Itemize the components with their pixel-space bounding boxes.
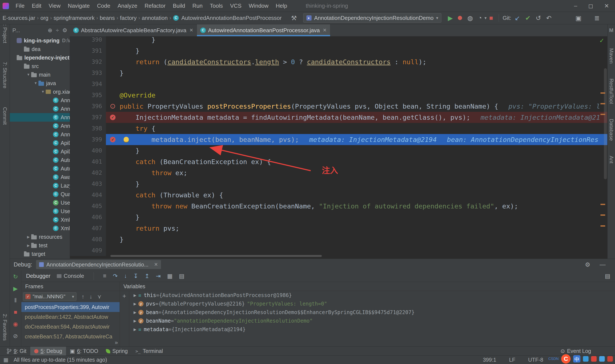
- line-ending[interactable]: LF: [509, 357, 515, 363]
- rerun-button[interactable]: ↻: [13, 273, 18, 280]
- search-everywhere-icon[interactable]: ≣: [594, 14, 600, 22]
- line-number[interactable]: 404: [70, 189, 106, 201]
- code-line[interactable]: 402 throw ex;: [70, 167, 607, 178]
- variable-row[interactable]: ▶pbeanName = "annotationDependencyInject…: [129, 317, 615, 325]
- step-over-icon[interactable]: ↷: [113, 273, 118, 280]
- code-line[interactable]: 403 }: [70, 178, 607, 189]
- breakpoint-icon[interactable]: ✓: [110, 137, 116, 142]
- code-line[interactable]: 398 try {: [70, 123, 607, 134]
- restore-layout-icon[interactable]: ≡: [103, 273, 107, 279]
- stack-frame[interactable]: populateBean:1422, AbstractAutow: [21, 312, 120, 322]
- code-line[interactable]: 390 }: [70, 36, 607, 45]
- code-line[interactable]: 399✓ metadata.inject(bean, beanName, pvs…: [70, 134, 607, 145]
- locate-file-icon[interactable]: ⊕: [48, 27, 53, 34]
- close-tab-icon[interactable]: ✕: [323, 27, 326, 33]
- line-number[interactable]: 399: [70, 134, 106, 145]
- breadcrumb-class[interactable]: AutowiredAnnotationBeanPostProcessor: [180, 15, 282, 21]
- force-step-into-icon[interactable]: ↧: [134, 273, 138, 280]
- tree-item[interactable]: ▶resources: [10, 233, 70, 241]
- tree-item[interactable]: ▶test: [10, 241, 70, 250]
- code-line[interactable]: 401 catch (BeanCreationException ex) {: [70, 156, 607, 167]
- chevron-collapsed-icon[interactable]: ▶: [26, 244, 31, 247]
- stripe-item-favorites[interactable]: 2: Favorites: [2, 314, 8, 340]
- menu-item-file[interactable]: File: [12, 0, 28, 12]
- inspections-ok-icon[interactable]: ✓: [599, 37, 604, 44]
- variable-row[interactable]: ▶pbean = {AnnotationDependencyInjectionR…: [129, 308, 615, 317]
- tree-item[interactable]: CUserHol: [10, 207, 70, 216]
- breadcrumb-item[interactable]: springframework: [53, 15, 95, 21]
- toolwindow-button-git[interactable]: 9: Git: [3, 347, 30, 356]
- chevron-expanded-icon[interactable]: ▼: [33, 81, 39, 85]
- tree-item[interactable]: CAnnotati: [10, 130, 70, 139]
- tree-item[interactable]: target: [10, 250, 70, 258]
- settings-gear-icon[interactable]: ⚙: [585, 261, 590, 268]
- code-line[interactable]: 397✓ InjectionMetadata metadata = findAu…: [70, 112, 607, 123]
- intention-bulb-icon[interactable]: [124, 137, 129, 142]
- line-number[interactable]: 391: [70, 45, 106, 56]
- breadcrumb-item[interactable]: org: [40, 15, 49, 21]
- stripe-item-database[interactable]: Database: [608, 119, 614, 141]
- minimize-window-icon[interactable]: –: [574, 2, 577, 9]
- close-window-icon[interactable]: ✕: [604, 2, 609, 9]
- menu-item-view[interactable]: View: [45, 0, 64, 12]
- menu-item-tools[interactable]: Tools: [206, 0, 227, 12]
- maximize-window-icon[interactable]: ◻: [588, 2, 593, 9]
- expand-chevron-icon[interactable]: ▶: [132, 319, 138, 323]
- tree-item[interactable]: CAwareInt: [10, 173, 70, 181]
- expand-chevron-icon[interactable]: ▶: [132, 327, 138, 332]
- add-watch-icon[interactable]: +: [122, 293, 126, 300]
- layout-settings-icon[interactable]: ▤: [605, 273, 610, 280]
- profiler-button[interactable]: ◔: [478, 14, 482, 22]
- breadcrumb-item[interactable]: E-sources.jar: [2, 15, 36, 21]
- code-line[interactable]: 408}: [70, 234, 607, 245]
- caret-position[interactable]: 399:1: [483, 357, 496, 363]
- tree-item[interactable]: ▼java: [10, 79, 70, 88]
- breadcrumb-item[interactable]: factory: [119, 15, 137, 21]
- git-rollback-icon[interactable]: ↶: [546, 14, 552, 22]
- toolwindow-button-todo[interactable]: ▣6: TODO: [66, 347, 102, 356]
- editor-tab[interactable]: CAbstractAutowireCapableBeanFactory.java…: [70, 24, 197, 36]
- menu-item-refactor[interactable]: Refactor: [141, 0, 169, 12]
- variable-row[interactable]: ▶ppvs = {MutablePropertyValues@2216}"Pro…: [129, 299, 615, 308]
- run-button[interactable]: ▶: [448, 14, 453, 22]
- menu-item-run[interactable]: Run: [189, 0, 206, 12]
- line-number[interactable]: 395: [70, 90, 106, 101]
- debug-session-tab[interactable]: AnnotationDependencyInjectionResolutio..…: [36, 260, 161, 269]
- close-session-icon[interactable]: ✕: [154, 262, 158, 267]
- line-number[interactable]: 392: [70, 56, 106, 67]
- line-number[interactable]: 406: [70, 212, 106, 223]
- code-line[interactable]: 404 catch (Throwable ex) {: [70, 189, 607, 201]
- line-number[interactable]: 400: [70, 145, 106, 156]
- tree-item[interactable]: ▼main: [10, 70, 70, 79]
- frames-more-icon[interactable]: »: [115, 339, 118, 346]
- toolwindow-button-spring[interactable]: Spring: [102, 347, 132, 356]
- menu-item-help[interactable]: Help: [272, 0, 291, 12]
- run-to-cursor-icon[interactable]: ⇥: [156, 273, 161, 280]
- stripe-item-project[interactable]: 1: Project: [2, 22, 8, 43]
- editor-horizontal-scrollbar[interactable]: [110, 255, 322, 257]
- breakpoint-icon[interactable]: ✓: [110, 115, 116, 120]
- file-encoding[interactable]: UTF-8: [528, 357, 543, 363]
- resume-button[interactable]: ▶: [13, 285, 18, 292]
- editor-tab[interactable]: CAutowiredAnnotationBeanPostProcessor.ja…: [197, 24, 330, 36]
- tab-console[interactable]: Console: [57, 273, 84, 279]
- git-history-icon[interactable]: ↺: [536, 14, 541, 22]
- tab-debugger[interactable]: Debugger: [26, 273, 50, 279]
- evaluate-layout-icon[interactable]: ▤: [179, 273, 185, 280]
- stripe-item-structure[interactable]: 7: Structure: [2, 62, 8, 88]
- menu-item-window[interactable]: Window: [245, 0, 272, 12]
- breadcrumb-item[interactable]: annotation: [141, 15, 169, 21]
- filter-frames-icon[interactable]: ⋎: [97, 293, 101, 300]
- variable-row[interactable]: ▶≡metadata = {InjectionMetadata@2194}: [129, 325, 615, 334]
- tree-item[interactable]: CAnnotati: [10, 122, 70, 130]
- code-line[interactable]: 400 }: [70, 145, 607, 156]
- git-commit-icon[interactable]: ✔: [525, 14, 530, 22]
- code-line[interactable]: 407 return pvs;: [70, 223, 607, 234]
- line-number[interactable]: 393: [70, 67, 106, 78]
- tree-item[interactable]: CQualifier: [10, 190, 70, 198]
- stripe-item-commit[interactable]: Commit: [2, 107, 8, 125]
- chevron-collapsed-icon[interactable]: ▶: [26, 235, 31, 239]
- tree-item[interactable]: CAnnotati: [10, 96, 70, 104]
- toolwindow-button-terminal[interactable]: >_Terminal: [132, 347, 167, 356]
- code-line[interactable]: 396↑public PropertyValues postProcessPro…: [70, 101, 607, 112]
